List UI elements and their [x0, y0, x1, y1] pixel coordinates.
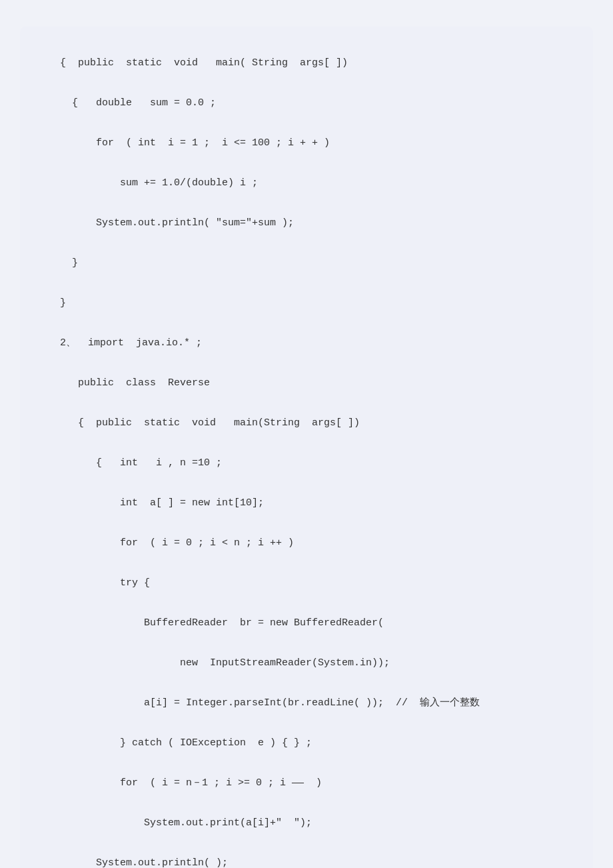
section1-code: { public static void main( String args[ … [60, 53, 553, 313]
section2: 2、 import java.io.* ; public class Rever… [60, 333, 553, 868]
section1: { public static void main( String args[ … [60, 53, 553, 313]
code-container: { public static void main( String args[ … [20, 27, 593, 868]
section2-code: 2、 import java.io.* ; public class Rever… [60, 333, 553, 868]
